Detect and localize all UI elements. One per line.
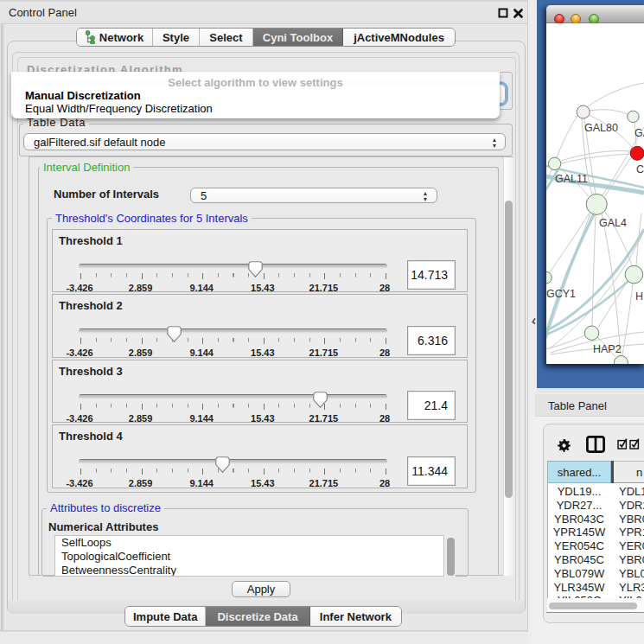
svg-text:GAL80: GAL80 [584,122,618,134]
svg-text:C: C [636,163,644,175]
svg-text:GCY1: GCY1 [546,288,576,300]
svg-text:GAL11: GAL11 [555,173,588,185]
svg-text:HAP2: HAP2 [593,343,622,355]
svg-text:GA: GA [634,127,644,139]
svg-text:H: H [635,290,643,303]
svg-text:GAL4: GAL4 [599,217,627,229]
